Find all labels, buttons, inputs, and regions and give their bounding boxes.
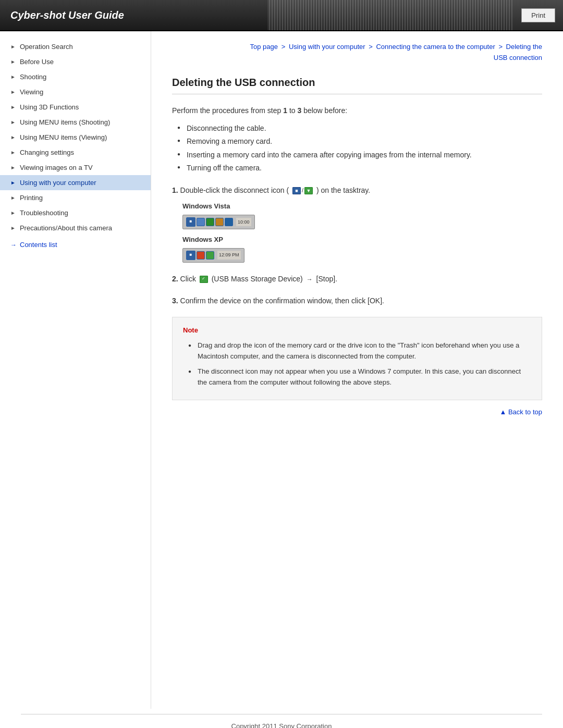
sidebar-item-operation-search[interactable]: ► Operation Search [0, 39, 151, 54]
disc-icon-usb: ▼ [304, 187, 313, 194]
sidebar-arrow-icon: ► [10, 180, 16, 186]
page-title: Deleting the USB connection [172, 77, 542, 94]
step-3: 3. Confirm the device on the confirmatio… [172, 295, 542, 306]
sidebar-arrow-icon: ► [10, 44, 16, 50]
breadcrumb-sep-2: > [369, 43, 374, 51]
sidebar-item-using-menu-items-shooting[interactable]: ► Using MENU items (Shooting) [0, 115, 151, 130]
breadcrumb-sep-1: > [282, 43, 287, 51]
sidebar-arrow-icon: ► [10, 150, 16, 155]
sidebar-item-shooting[interactable]: ► Shooting [0, 69, 151, 84]
sidebar-arrow-icon: ► [10, 119, 16, 125]
taskbar-icon-2 [206, 218, 214, 226]
breadcrumb-top-page[interactable]: Top page [250, 43, 278, 51]
taskbar-icons-group [197, 218, 233, 226]
contents-list-link[interactable]: → Contents list [0, 236, 151, 254]
taskbar-xp-icon-1 [197, 251, 205, 260]
arrow-right-icon: → [10, 241, 17, 249]
sidebar-item-label: Using MENU items (Viewing) [20, 133, 107, 141]
taskbar-icon-1 [197, 218, 205, 226]
note-bullet-2: The disconnect icon may not appear when … [188, 366, 531, 388]
app-title: Cyber-shot User Guide [10, 9, 124, 21]
main-layout: ► Operation Search ► Before Use ► Shooti… [0, 31, 563, 709]
sidebar-arrow-icon: ► [10, 59, 16, 65]
note-bullets: Drag and drop the icon of the memory car… [183, 340, 531, 388]
arrow-stop: → [307, 276, 313, 283]
sidebar-arrow-icon: ► [10, 74, 16, 80]
taskbar-xp-icon-2 [206, 251, 214, 260]
breadcrumb-connecting[interactable]: Connecting the camera to the computer [376, 43, 495, 51]
sidebar-item-using-with-your-computer[interactable]: ► Using with your computer [0, 175, 151, 190]
sidebar-item-label: Precautions/About this camera [20, 224, 112, 232]
sidebar-item-label: Printing [20, 194, 43, 202]
sidebar-arrow-icon: ► [10, 104, 16, 110]
print-button[interactable]: Print [521, 8, 555, 22]
taskbar-icon-4 [225, 218, 233, 226]
sidebar-arrow-icon: ► [10, 134, 16, 140]
sidebar-item-changing-settings[interactable]: ► Changing settings [0, 145, 151, 160]
sidebar-arrow-icon: ► [10, 210, 16, 216]
windows-vista-block: Windows Vista ■ 10:00 [182, 201, 542, 229]
breadcrumb-sep-3: > [498, 43, 504, 51]
note-box: Note Drag and drop the icon of the memor… [172, 317, 542, 400]
windows-vista-label: Windows Vista [182, 201, 542, 212]
step-1: 1. Double-click the disconnect icon ( ■ … [172, 184, 542, 263]
usb-symbol-2: ▼ [307, 187, 311, 194]
main-content: Top page > Using with your computer > Co… [151, 31, 563, 709]
taskbar-monitor-icon: ■ [186, 217, 195, 227]
sidebar-item-before-use[interactable]: ► Before Use [0, 54, 151, 69]
sidebar-item-viewing[interactable]: ► Viewing [0, 84, 151, 100]
breadcrumb-using-computer[interactable]: Using with your computer [289, 43, 365, 51]
breadcrumb: Top page > Using with your computer > Co… [172, 42, 542, 64]
slash-sep: / [302, 186, 303, 195]
sidebar-item-label: Using 3D Functions [20, 103, 79, 111]
sidebar-item-label: Before Use [20, 58, 54, 66]
taskbar-xp-icons-group [197, 251, 214, 260]
sidebar-item-label: Using with your computer [20, 179, 96, 187]
header-title-area: Cyber-shot User Guide [0, 0, 267, 30]
sidebar-item-troubleshooting[interactable]: ► Troubleshooting [0, 205, 151, 220]
sidebar-item-label: Troubleshooting [20, 209, 68, 217]
sidebar-arrow-icon: ► [10, 195, 16, 201]
sidebar-arrow-icon: ► [10, 165, 16, 170]
content-body: Perform the procedures from step 1 to 3 … [172, 105, 542, 401]
sidebar-arrow-icon: ► [10, 89, 16, 95]
step-1-number: 1. [172, 186, 178, 194]
usb-glyph: ✓ [202, 276, 205, 282]
note-title: Note [183, 325, 531, 336]
list-item: Removing a memory card. [177, 135, 542, 147]
step-1-text: 1. Double-click the disconnect icon ( ■ … [172, 184, 542, 196]
contents-list-label: Contents list [20, 241, 57, 249]
note-bullet-1: Drag and drop the icon of the memory car… [188, 340, 531, 362]
header-stripes [267, 0, 514, 30]
windows-xp-label: Windows XP [182, 235, 542, 245]
usb-storage-icon: ✓ [200, 276, 208, 283]
sidebar-item-using-menu-items-viewing[interactable]: ► Using MENU items (Viewing) [0, 130, 151, 145]
taskbar-icon-3 [215, 218, 224, 226]
header: Cyber-shot User Guide Print [0, 0, 563, 31]
list-item: Turning off the camera. [177, 162, 542, 174]
sidebar-item-viewing-images-on-a-tv[interactable]: ► Viewing images on a TV [0, 160, 151, 175]
usb-icon-step2: ✓ [200, 276, 208, 283]
sidebar-item-label: Using MENU items (Shooting) [20, 118, 110, 126]
sidebar-item-label: Viewing [20, 88, 43, 96]
sidebar-item-printing[interactable]: ► Printing [0, 190, 151, 205]
sidebar-item-label: Shooting [20, 73, 46, 81]
back-to-top-link[interactable]: ▲ Back to top [499, 408, 542, 416]
taskbar-time-xp: 12:09 PM [217, 251, 241, 259]
disconnect-icon-inline: ■ / ▼ [292, 186, 313, 195]
windows-xp-block: Windows XP ■ 12:09 PM [182, 235, 542, 263]
sidebar-item-label: Changing settings [20, 149, 74, 156]
prerequisite-list: Disconnecting the cable. Removing a memo… [172, 122, 542, 174]
disc-icon-monitor: ■ [292, 187, 301, 194]
sidebar-item-using-3d-functions[interactable]: ► Using 3D Functions [0, 100, 151, 115]
step-2-text: 2. Click ✓ (USB Mass Storage Device) → [… [172, 273, 542, 285]
sidebar-item-label: Operation Search [20, 43, 73, 51]
step-2: 2. Click ✓ (USB Mass Storage Device) → [… [172, 273, 542, 285]
footer: Copyright 2011 Sony Corporation [0, 714, 563, 728]
sidebar-item-label: Viewing images on a TV [20, 164, 93, 171]
step-2-number: 2. [172, 275, 178, 283]
sidebar-item-precautionsabout-this-camera[interactable]: ► Precautions/About this camera [0, 220, 151, 236]
step-3-text: 3. Confirm the device on the confirmatio… [172, 295, 542, 306]
sidebar-arrow-icon: ► [10, 225, 16, 231]
step-3-number: 3. [172, 297, 178, 305]
